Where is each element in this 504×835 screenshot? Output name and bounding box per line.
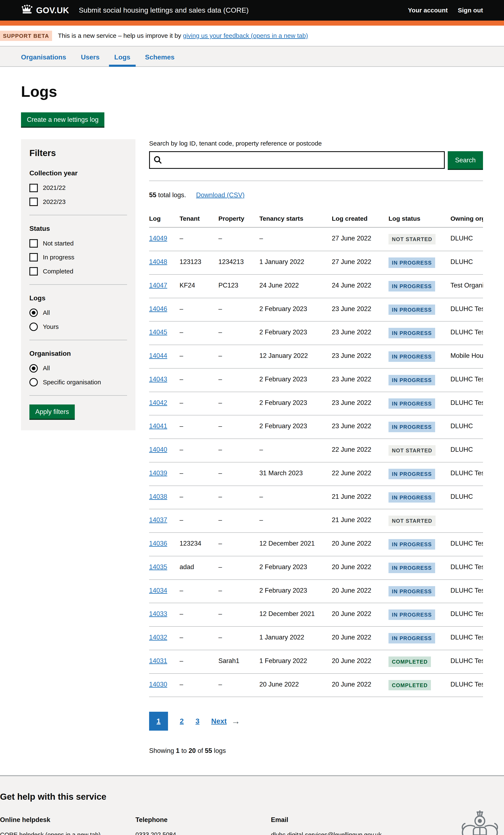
checkbox-control[interactable] (29, 239, 38, 248)
cell-tenant: KF24 (180, 274, 218, 298)
apply-filters-button[interactable]: Apply filters (29, 405, 75, 419)
radio-control[interactable] (29, 323, 38, 331)
log-id-link[interactable]: 14049 (149, 235, 167, 242)
log-id-link[interactable]: 14030 (149, 681, 167, 688)
cell-property: – (218, 298, 259, 322)
log-id-link[interactable]: 14041 (149, 422, 167, 430)
divider (149, 181, 483, 181)
log-id-link[interactable]: 14045 (149, 328, 167, 336)
cell-owning-organisation: DLUHC Test (450, 462, 483, 486)
checkbox-control[interactable] (29, 198, 38, 206)
column-header-log-created: Log created (332, 211, 388, 227)
table-row: 14031–Sarah11 February 202220 June 2022C… (149, 650, 483, 673)
nav-tab-organisations[interactable]: Organisations (21, 46, 66, 66)
your-account-link[interactable]: Your account (408, 6, 448, 15)
log-id-link[interactable]: 14036 (149, 540, 167, 547)
table-row: 14034––2 February 202320 June 2022IN PRO… (149, 579, 483, 603)
pagination-next-link[interactable]: Next (211, 716, 227, 726)
checkbox-in-progress[interactable]: In progress (29, 253, 127, 262)
log-id-link[interactable]: 14047 (149, 282, 167, 289)
table-row: 14044––12 January 202223 June 2022IN PRO… (149, 345, 483, 368)
cell-created: 21 June 2022 (332, 486, 388, 509)
cell-created: 20 June 2022 (332, 627, 388, 650)
cell-tenancy-starts: 2 February 2023 (259, 298, 332, 322)
search-input[interactable] (149, 151, 445, 169)
nav-tab-logs[interactable]: Logs (114, 46, 130, 66)
phase-banner: SUPPORT BETA This is a new service – hel… (0, 26, 504, 46)
column-header-tenancy-starts: Tenancy starts (259, 211, 332, 227)
status-badge: NOT STARTED (388, 445, 436, 456)
pagination-page-2[interactable]: 2 (180, 716, 184, 726)
cell-tenancy-starts: 2 February 2023 (259, 415, 332, 439)
footer-heading: Get help with this service (0, 791, 504, 803)
checkbox-control[interactable] (29, 267, 38, 276)
search-button[interactable]: Search (448, 151, 483, 169)
govuk-logo[interactable]: GOV.UK Submit social housing lettings an… (21, 4, 249, 17)
radio-specific-organisation[interactable]: Specific organisation (29, 378, 127, 387)
service-name[interactable]: Submit social housing lettings and sales… (79, 5, 249, 15)
checkbox-control[interactable] (29, 253, 38, 262)
log-id-link[interactable]: 14037 (149, 516, 167, 524)
feedback-link[interactable]: giving us your feedback (opens in a new … (183, 32, 308, 39)
log-id-link[interactable]: 14035 (149, 563, 167, 571)
core-helpdesk-link[interactable]: CORE helpdesk (opens in a new tab) (0, 831, 101, 835)
filter-legend-organisation: Organisation (29, 349, 127, 358)
pagination: 1 23 Next → (149, 712, 483, 731)
cell-tenant: – (180, 509, 218, 533)
footer: Get help with this service Online helpde… (0, 775, 504, 835)
checkbox-completed[interactable]: Completed (29, 267, 127, 276)
table-row: 14049–––27 June 2022NOT STARTEDDLUHC (149, 227, 483, 251)
checkbox-control[interactable] (29, 184, 38, 192)
log-id-link[interactable]: 14043 (149, 375, 167, 383)
radio-yours[interactable]: Yours (29, 323, 127, 331)
column-header-log: Log (149, 211, 180, 227)
log-id-link[interactable]: 14038 (149, 493, 167, 500)
pagination-page-3[interactable]: 3 (196, 716, 200, 726)
radio-control[interactable] (29, 378, 38, 386)
cell-created: 23 June 2022 (332, 321, 388, 345)
nav-tab-users[interactable]: Users (81, 46, 100, 66)
results-section: Search by log ID, tenant code, property … (149, 139, 483, 775)
log-id-link[interactable]: 14042 (149, 399, 167, 406)
cell-property: – (218, 227, 259, 251)
cell-tenancy-starts: 12 December 2021 (259, 603, 332, 627)
cell-tenant: – (180, 486, 218, 509)
primary-navigation: OrganisationsUsersLogsSchemes (0, 46, 504, 67)
radio-all[interactable]: All (29, 308, 127, 317)
download-csv-link[interactable]: Download (CSV) (196, 191, 245, 200)
log-id-link[interactable]: 14040 (149, 446, 167, 453)
radio-control[interactable] (29, 308, 38, 317)
log-id-link[interactable]: 14048 (149, 258, 167, 265)
option-label: Yours (43, 323, 59, 331)
phase-banner-text: This is a new service – help us improve … (58, 32, 308, 40)
cell-created: 20 June 2022 (332, 533, 388, 556)
cell-property: – (218, 673, 259, 697)
table-row: 14040–––22 June 2022NOT STARTEDDLUHC (149, 439, 483, 462)
status-badge: COMPLETED (388, 656, 431, 667)
log-id-link[interactable]: 14046 (149, 305, 167, 312)
log-id-link[interactable]: 14044 (149, 352, 167, 359)
log-id-link[interactable]: 14033 (149, 610, 167, 617)
log-id-link[interactable]: 14031 (149, 657, 167, 665)
nav-tab-schemes[interactable]: Schemes (145, 46, 175, 66)
checkbox-2022/23[interactable]: 2022/23 (29, 198, 127, 206)
checkbox-not-started[interactable]: Not started (29, 239, 127, 248)
log-id-link[interactable]: 14032 (149, 634, 167, 641)
status-badge: IN PROGRESS (388, 258, 435, 268)
cell-tenancy-starts: 20 June 2022 (259, 673, 332, 697)
radio-control[interactable] (29, 364, 38, 372)
cell-property: – (218, 533, 259, 556)
log-id-link[interactable]: 14034 (149, 587, 167, 594)
table-row: 14030––20 June 202220 June 2022COMPLETED… (149, 673, 483, 697)
radio-all[interactable]: All (29, 364, 127, 372)
create-lettings-log-button[interactable]: Create a new lettings log (21, 113, 104, 127)
cell-tenant: adad (180, 556, 218, 579)
log-id-link[interactable]: 14039 (149, 469, 167, 477)
cell-property: – (218, 579, 259, 603)
cell-property: PC123 (218, 274, 259, 298)
pagination-current-page[interactable]: 1 (149, 712, 168, 731)
email-link[interactable]: dluhc.digital-services@levellingup.gov.u… (271, 831, 382, 835)
cell-created: 20 June 2022 (332, 673, 388, 697)
checkbox-2021/22[interactable]: 2021/22 (29, 184, 127, 192)
sign-out-link[interactable]: Sign out (458, 6, 483, 15)
